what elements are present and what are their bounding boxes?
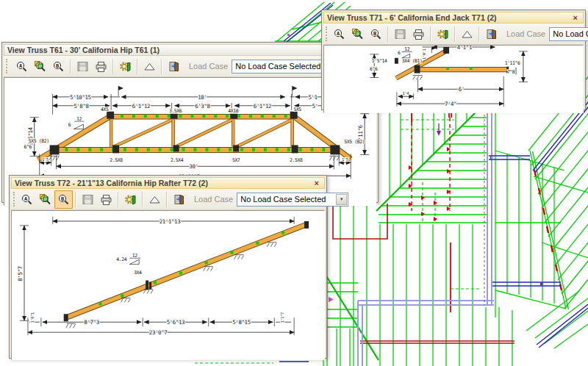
titlebar-t61[interactable]: View Truss T61 - 30' California Hip T61 … <box>4 44 376 56</box>
dim-label: 18' <box>198 94 207 101</box>
options-icon-button[interactable] <box>434 25 452 43</box>
zoom-window-icon-button[interactable] <box>36 190 54 209</box>
svg-text:B: B <box>373 30 376 36</box>
toolbar-t71: ABLoad CaseNo Load Case Selected▼ <box>323 24 584 45</box>
dimension-lines <box>20 217 294 335</box>
truss-members <box>66 224 307 317</box>
print-icon-button[interactable] <box>409 25 428 43</box>
dim-label: 8'5"7 <box>17 266 24 281</box>
dim-label: 1'11"6 <box>505 60 520 66</box>
toolbar-grip[interactable] <box>326 26 327 41</box>
bearing-hatch <box>413 76 423 80</box>
exit-icon <box>173 193 185 206</box>
zoom-page-icon: B <box>52 60 65 73</box>
dim-label: 30' <box>189 163 198 170</box>
zoom-window-icon <box>39 193 51 206</box>
dim-label: 2.5X8 <box>290 157 303 163</box>
toolbar-t61: ABLoad CaseNo Load Case Selected▼ <box>4 56 376 77</box>
zoom-page-icon-button[interactable]: B <box>54 190 73 209</box>
load-case-label: Load Case <box>194 195 233 204</box>
toolbar-separator <box>161 59 162 74</box>
truss-drawing-t72: 21'1"138'5"74.24123X48'7"35'6"135'8"1523… <box>12 211 324 356</box>
plan-purple-marks <box>437 123 544 286</box>
truss-window-t72[interactable]: View Truss T72 - 21'1"13 California Hip … <box>9 175 327 359</box>
dim-label: 3.5X6 <box>169 108 182 114</box>
save-icon-button[interactable] <box>74 57 92 76</box>
options-icon-button[interactable] <box>121 190 140 209</box>
dim-label: 4'1"1 <box>457 46 472 51</box>
truss-drawing-t71: 4'1"11'0"11261'5"143X4 (B1)6"61'11"67"86… <box>324 46 583 110</box>
dim-label: 1'1"7 <box>280 312 284 323</box>
profile-icon-button[interactable] <box>458 25 476 43</box>
options-icon-button[interactable] <box>116 57 135 76</box>
dim-label: 1'5 <box>42 157 49 162</box>
toolbar-grip[interactable] <box>13 192 15 207</box>
dim-label: 5'8"15 <box>232 319 251 326</box>
dim-label: 2.5X8 <box>110 157 123 163</box>
zoom-window-icon-button[interactable] <box>348 25 367 43</box>
toolbar-separator <box>454 26 456 42</box>
dim-label: 4X5 <box>101 107 109 112</box>
zoom-page-icon-button[interactable]: B <box>49 57 68 76</box>
zoom-in-icon-button[interactable]: A <box>18 190 36 209</box>
save-icon-button[interactable] <box>391 25 409 43</box>
exit-icon-button[interactable] <box>482 25 501 43</box>
exit-icon <box>485 28 498 40</box>
dim-label: 1'0"1 <box>30 312 35 323</box>
titlebar-t72[interactable]: View Truss T72 - 21'1"13 California Hip … <box>11 177 325 189</box>
dim-label: 7"8 <box>507 69 515 75</box>
exit-icon-button[interactable] <box>170 190 188 209</box>
dim-label: 5'10"15 <box>70 94 91 101</box>
svg-text:B: B <box>56 62 59 68</box>
titlebar-t71[interactable]: View Truss T71 - 6' California End Jack … <box>323 12 584 24</box>
drawing-area-t71[interactable]: 4'1"11'0"11261'5"143X4 (B1)6"61'11"67"86… <box>323 45 584 113</box>
save-icon <box>76 60 89 73</box>
zoom-window-icon-button[interactable] <box>31 57 49 76</box>
toolbar-separator <box>118 192 119 207</box>
exit-icon-button[interactable] <box>165 57 183 76</box>
close-icon[interactable]: × <box>571 14 580 22</box>
window-title: View Truss T72 - 21'1"13 California Hip … <box>15 179 208 187</box>
print-icon-button[interactable] <box>97 190 115 209</box>
dim-label: 5' <box>312 103 318 110</box>
dim-label: 8'7"3 <box>84 319 98 326</box>
profile-icon-button[interactable] <box>140 57 159 76</box>
toolbar-separator <box>166 192 168 207</box>
profile-icon <box>143 60 156 73</box>
window-title: View Truss T71 - 6' California End Jack … <box>327 13 496 22</box>
load-case-select[interactable]: No Load Case Selected▼ <box>237 193 348 207</box>
profile-icon <box>461 28 473 40</box>
toolbar-grip[interactable] <box>6 59 10 73</box>
toolbar-separator <box>430 26 431 42</box>
dim-label: 6'3"8 <box>195 103 209 110</box>
drawing-area-t72[interactable]: 21'1"138'5"74.24123X48'7"35'6"135'8"1523… <box>11 210 325 360</box>
load-case-select[interactable]: No Load Case Selected▼ <box>549 27 588 41</box>
dim-label: 5X5 (B2) <box>344 139 365 145</box>
zoom-in-icon-button[interactable]: A <box>330 25 348 43</box>
truss-window-t71[interactable]: View Truss T71 - 6' California End Jack … <box>321 10 586 110</box>
profile-icon-button[interactable] <box>146 190 164 209</box>
dim-label: 1'5"14 <box>372 58 387 64</box>
save-icon-button[interactable] <box>79 190 97 209</box>
close-icon[interactable]: × <box>312 179 321 187</box>
dim-label: 5X7 <box>232 157 240 163</box>
zoom-window-icon <box>34 60 46 73</box>
dim-label: 23'0"7 <box>149 329 168 336</box>
dim-label: 3X4 <box>134 270 142 276</box>
zoom-in-icon-button[interactable]: A <box>12 57 31 76</box>
dim-label: 6 <box>68 122 71 128</box>
zoom-in-icon: A <box>21 193 33 206</box>
toolbar-separator <box>70 59 71 74</box>
dim-label: 5'1 <box>308 94 317 101</box>
print-icon <box>412 28 425 40</box>
zoom-page-icon-button[interactable]: B <box>367 25 385 43</box>
toolbar-separator <box>112 59 114 74</box>
dim-label: 12 <box>404 46 409 52</box>
toolbar-separator <box>137 59 138 74</box>
dropdown-arrow-icon[interactable]: ▼ <box>336 194 347 205</box>
toolbar-separator <box>75 192 76 207</box>
zoom-window-icon <box>351 28 364 40</box>
print-icon-button[interactable] <box>92 57 110 76</box>
dim-label: 1'0"1 <box>422 49 426 60</box>
dim-label: 4.24 <box>116 256 126 262</box>
